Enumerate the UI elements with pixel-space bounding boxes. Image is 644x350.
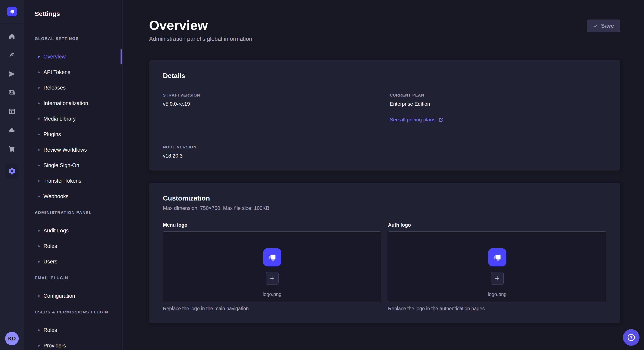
email-plugin-list: Configuration xyxy=(24,288,122,304)
sidebar-item-single-sign-on[interactable]: Single Sign-On xyxy=(24,158,122,173)
bullet-icon xyxy=(38,71,40,73)
sidebar-item-internationalization[interactable]: Internationalization xyxy=(24,95,122,111)
plus-icon xyxy=(269,275,275,282)
bullet-icon xyxy=(38,134,40,135)
auth-logo-add-button[interactable] xyxy=(491,272,504,285)
question-mark-icon: ? xyxy=(627,333,636,342)
content-type-builder-layout-icon[interactable] xyxy=(8,108,16,115)
menu-logo-block: Menu logo logo.png Replace the logo in t… xyxy=(163,222,381,312)
global-settings-list: Overview API Tokens Releases Internation… xyxy=(24,49,122,204)
sidebar-item-admin-users[interactable]: Users xyxy=(24,254,122,269)
sidebar-item-review-workflows[interactable]: Review Workflows xyxy=(24,142,122,158)
menu-logo-filename: logo.png xyxy=(262,292,281,297)
bullet-icon xyxy=(38,295,40,297)
bullet-icon xyxy=(38,196,40,197)
bullet-icon xyxy=(38,245,40,247)
bullet-icon xyxy=(38,149,40,151)
bullet-icon xyxy=(38,87,40,89)
auth-logo-block: Auth logo logo.png Replace the logo in t… xyxy=(388,222,606,312)
subnav-scrollbar-thumb[interactable] xyxy=(120,49,122,64)
pricing-plans-link[interactable]: See all pricing plans xyxy=(390,117,444,123)
user-avatar[interactable]: KD xyxy=(5,332,19,345)
menu-logo-add-button[interactable] xyxy=(266,272,278,285)
sidebar-item-email-configuration[interactable]: Configuration xyxy=(24,288,122,304)
check-icon xyxy=(593,23,598,28)
cloud-icon[interactable] xyxy=(8,127,16,134)
sidebar-item-admin-roles[interactable]: Roles xyxy=(24,238,122,254)
page-title: Overview xyxy=(149,19,252,32)
sidebar-item-overview[interactable]: Overview xyxy=(24,49,122,64)
bullet-icon xyxy=(38,329,40,331)
main-nav-rail: KD xyxy=(0,0,24,350)
svg-text:?: ? xyxy=(630,335,633,340)
bullet-icon xyxy=(38,230,40,232)
sidebar-item-up-providers[interactable]: Providers xyxy=(24,338,122,350)
auth-logo-dropzone[interactable]: logo.png xyxy=(388,231,606,302)
media-library-images-icon[interactable] xyxy=(8,89,16,96)
home-icon[interactable] xyxy=(8,33,16,40)
node-version-field: NODE VERSION v18.20.3 xyxy=(163,145,380,159)
sidebar-item-api-tokens[interactable]: API Tokens xyxy=(24,64,122,80)
current-plan-field: CURRENT PLAN Enterprise Edition See all … xyxy=(390,93,606,123)
menu-logo-caption: Replace the logo in the main navigation xyxy=(163,306,381,312)
menu-logo-preview-strapi-icon xyxy=(263,248,281,266)
auth-logo-filename: logo.png xyxy=(488,292,506,297)
details-card: Details STRAPI VERSION v5.0.0-rc.19 CURR… xyxy=(149,60,620,171)
rail-nav xyxy=(5,33,19,178)
settings-gear-icon[interactable] xyxy=(5,164,19,178)
page-subtitle: Administration panel’s global informatio… xyxy=(149,36,252,42)
menu-logo-dropzone[interactable]: logo.png xyxy=(163,231,381,302)
sidebar-item-webhooks[interactable]: Webhooks xyxy=(24,189,122,204)
main-content: Overview Administration panel’s global i… xyxy=(122,0,644,350)
strapi-logo-icon[interactable] xyxy=(7,6,17,16)
subnav-title: Settings xyxy=(35,10,122,17)
sidebar-item-transfer-tokens[interactable]: Transfer Tokens xyxy=(24,173,122,189)
bullet-icon xyxy=(38,180,40,182)
sidebar-item-plugins[interactable]: Plugins xyxy=(24,127,122,142)
bullet-icon xyxy=(38,261,40,263)
settings-subnav: Settings GLOBAL SETTINGS Overview API To… xyxy=(24,0,122,350)
bullet-icon xyxy=(38,56,40,58)
details-card-title: Details xyxy=(163,72,606,80)
customization-card-title: Customization xyxy=(163,194,606,202)
sidebar-item-up-roles[interactable]: Roles xyxy=(24,322,122,338)
strapi-version-field: STRAPI VERSION v5.0.0-rc.19 xyxy=(163,93,380,123)
customization-constraints: Max dimension: 750×750, Max file size: 1… xyxy=(163,205,606,211)
section-heading-users-permissions-plugin: USERS & PERMISSIONS PLUGIN xyxy=(35,310,122,315)
auth-logo-preview-strapi-icon xyxy=(488,248,506,266)
releases-paper-plane-icon[interactable] xyxy=(8,70,16,78)
help-button[interactable]: ? xyxy=(623,329,640,346)
save-button[interactable]: Save xyxy=(587,19,620,32)
section-heading-email-plugin: EMAIL PLUGIN xyxy=(35,275,122,280)
auth-logo-caption: Replace the logo in the authentication p… xyxy=(388,306,606,312)
bullet-icon xyxy=(38,345,40,347)
bullet-icon xyxy=(38,165,40,166)
section-heading-global-settings: GLOBAL SETTINGS xyxy=(35,36,122,41)
administration-panel-list: Audit Logs Roles Users xyxy=(24,223,122,269)
marketplace-cart-icon[interactable] xyxy=(8,145,16,153)
content-manager-feather-icon[interactable] xyxy=(8,52,16,59)
sidebar-item-audit-logs[interactable]: Audit Logs xyxy=(24,223,122,238)
page-header: Overview Administration panel’s global i… xyxy=(149,19,620,42)
bullet-icon xyxy=(38,118,40,120)
external-link-icon xyxy=(438,117,444,122)
users-permissions-list: Roles Providers xyxy=(24,322,122,350)
customization-card: Customization Max dimension: 750×750, Ma… xyxy=(149,183,620,323)
bullet-icon xyxy=(38,103,40,104)
plus-icon xyxy=(494,275,500,282)
rail-divider xyxy=(0,23,24,23)
sidebar-item-releases[interactable]: Releases xyxy=(24,80,122,95)
section-heading-administration-panel: ADMINISTRATION PANEL xyxy=(35,210,122,215)
subnav-title-divider xyxy=(35,25,45,25)
sidebar-item-media-library[interactable]: Media Library xyxy=(24,111,122,127)
